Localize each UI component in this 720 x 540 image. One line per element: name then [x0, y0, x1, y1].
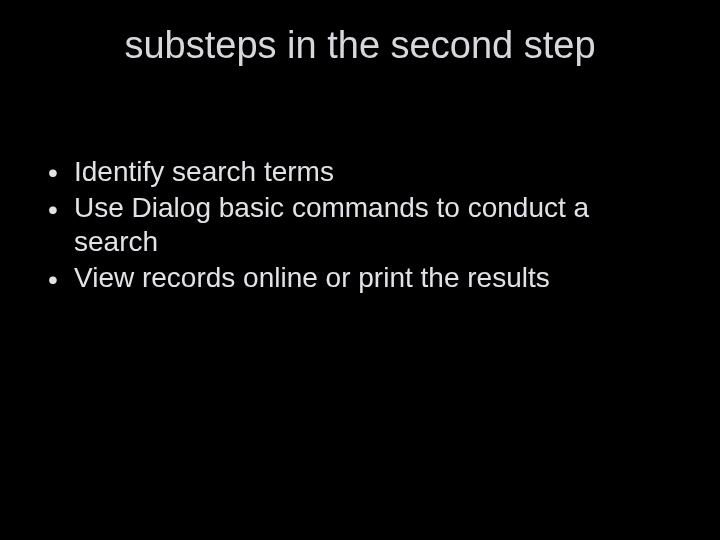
bullet-icon: • [48, 193, 58, 227]
slide-title: substeps in the second step [0, 24, 720, 67]
bullet-text: Use Dialog basic commands to conduct a s… [74, 192, 589, 257]
bullet-icon: • [48, 263, 58, 297]
slide: substeps in the second step • Identify s… [0, 0, 720, 540]
list-item: • Use Dialog basic commands to conduct a… [40, 191, 680, 259]
list-item: • Identify search terms [40, 155, 680, 189]
list-item: • View records online or print the resul… [40, 261, 680, 295]
slide-body: • Identify search terms • Use Dialog bas… [40, 155, 680, 298]
bullet-text: Identify search terms [74, 156, 334, 187]
bullet-text: View records online or print the results [74, 262, 550, 293]
bullet-list: • Identify search terms • Use Dialog bas… [40, 155, 680, 296]
bullet-icon: • [48, 156, 58, 190]
